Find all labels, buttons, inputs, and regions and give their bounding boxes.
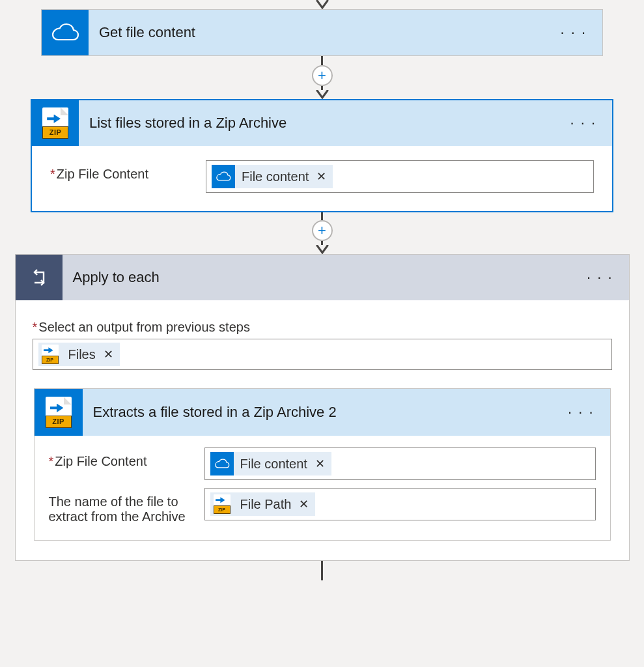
token-label: Files [68, 347, 96, 362]
step-menu-button[interactable]: · · · [566, 111, 600, 135]
token-files[interactable]: ZIP Files ✕ [38, 343, 120, 366]
onedrive-mini-icon [212, 165, 235, 188]
step-menu-button[interactable]: · · · [583, 265, 617, 290]
step-get-file-content[interactable]: Get file content · · · [41, 9, 603, 56]
connector: + [312, 212, 333, 254]
token-label: File Path [240, 497, 292, 512]
step-title: Extracts a file stored in a Zip Archive … [83, 404, 564, 421]
param-label-zip-content: Zip File Content [50, 160, 197, 182]
token-remove-button[interactable]: ✕ [315, 457, 325, 471]
token-file-path[interactable]: ZIP File Path ✕ [210, 492, 316, 516]
step-title: Apply to each [63, 269, 583, 286]
step-menu-button[interactable]: · · · [556, 20, 591, 45]
onedrive-mini-icon [210, 452, 234, 475]
loop-icon [16, 255, 63, 300]
step-extract-zip-file[interactable]: ZIP Extracts a file stored in a Zip Arch… [34, 388, 611, 541]
step-menu-button[interactable]: · · · [564, 400, 598, 425]
param-label-file-name: The name of the file to extract from the… [49, 488, 195, 524]
step-apply-to-each[interactable]: Apply to each · · · *Select an output fr… [15, 254, 630, 561]
zip-archive-icon: ZIP [35, 389, 83, 436]
param-label-zip-content: Zip File Content [49, 447, 195, 469]
step-title: List files stored in a Zip Archive [79, 115, 566, 132]
zip-mini-icon: ZIP [210, 492, 234, 516]
token-remove-button[interactable]: ✕ [104, 347, 113, 362]
connector: + [312, 56, 333, 99]
param-input-file-name[interactable]: ZIP File Path ✕ [204, 488, 596, 520]
token-file-content[interactable]: File content ✕ [212, 165, 333, 188]
add-step-button[interactable]: + [312, 65, 333, 86]
param-input-zip-content[interactable]: File content ✕ [204, 447, 596, 480]
add-step-button[interactable]: + [312, 220, 333, 241]
token-remove-button[interactable]: ✕ [299, 497, 309, 511]
connector [321, 561, 323, 580]
token-remove-button[interactable]: ✕ [316, 169, 326, 184]
onedrive-cloud-icon [42, 10, 89, 55]
zip-mini-icon: ZIP [38, 343, 62, 366]
token-file-content[interactable]: File content ✕ [210, 452, 331, 475]
param-input-zip-content[interactable]: File content ✕ [206, 160, 594, 193]
token-label: File content [242, 169, 309, 184]
step-title: Get file content [89, 24, 556, 41]
zip-archive-icon: ZIP [32, 100, 79, 146]
token-label: File content [240, 457, 307, 472]
step-list-zip-files[interactable]: ZIP List files stored in a Zip Archive ·… [31, 99, 613, 212]
param-label-select-output: *Select an output from previous steps [33, 320, 612, 335]
connector-arrow [315, 0, 329, 9]
param-input-select-output[interactable]: ZIP Files ✕ [33, 339, 612, 370]
